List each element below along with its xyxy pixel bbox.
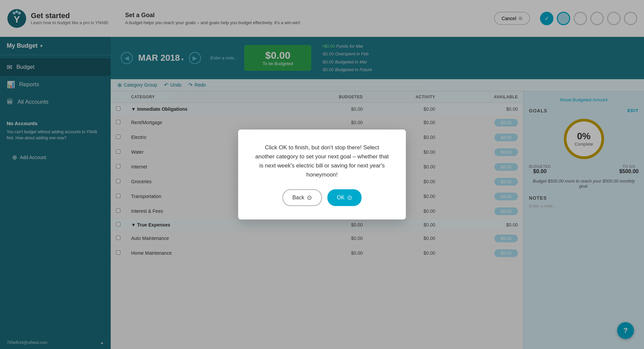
ok-label: OK bbox=[337, 195, 344, 201]
back-label: Back bbox=[292, 195, 305, 201]
modal-message: Click OK to finish, but don't stop there… bbox=[255, 143, 389, 180]
ok-check-icon: ⊙ bbox=[347, 194, 352, 201]
back-button[interactable]: Back ⊙ bbox=[282, 189, 322, 206]
modal-buttons: Back ⊙ OK ⊙ bbox=[255, 189, 389, 206]
modal-overlay: Click OK to finish, but don't stop there… bbox=[0, 0, 644, 349]
ok-button[interactable]: OK ⊙ bbox=[327, 189, 362, 206]
back-circle-icon: ⊙ bbox=[307, 194, 312, 201]
modal-dialog: Click OK to finish, but don't stop there… bbox=[238, 130, 406, 220]
